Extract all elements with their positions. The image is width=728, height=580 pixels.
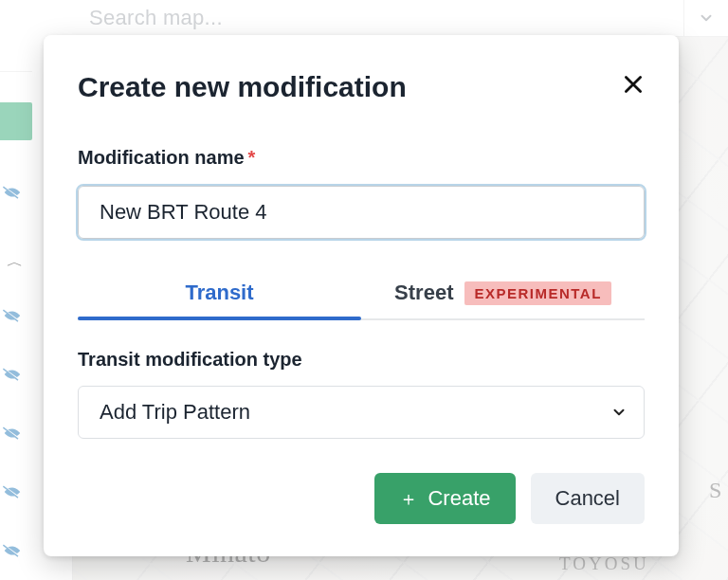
close-button[interactable] — [616, 67, 650, 101]
create-modification-modal: Create new modification Modification nam… — [44, 35, 679, 556]
cancel-button[interactable]: Cancel — [531, 473, 645, 524]
modification-type-value: Add Trip Pattern — [78, 386, 645, 439]
close-icon — [621, 72, 646, 97]
create-button-label: Create — [428, 486, 490, 511]
modification-name-label: Modification name* — [78, 147, 645, 169]
modification-type-label: Transit modification type — [78, 349, 645, 371]
modification-name-input[interactable] — [78, 186, 645, 239]
modification-name-label-text: Modification name — [78, 147, 245, 168]
tab-street[interactable]: Street EXPERIMENTAL — [361, 271, 645, 318]
tab-street-label: Street — [394, 281, 453, 305]
create-button[interactable]: ＋ Create — [374, 473, 515, 524]
required-asterisk: * — [248, 147, 256, 168]
modification-type-select[interactable]: Add Trip Pattern — [78, 386, 645, 439]
plus-icon: ＋ — [399, 486, 418, 512]
cancel-button-label: Cancel — [555, 486, 620, 511]
modal-title: Create new modification — [78, 71, 407, 103]
modal-actions: ＋ Create Cancel — [78, 473, 645, 524]
tab-transit[interactable]: Transit — [78, 271, 361, 318]
modification-category-tabs: Transit Street EXPERIMENTAL — [78, 271, 645, 320]
experimental-badge: EXPERIMENTAL — [464, 281, 610, 305]
tab-transit-label: Transit — [185, 281, 253, 305]
